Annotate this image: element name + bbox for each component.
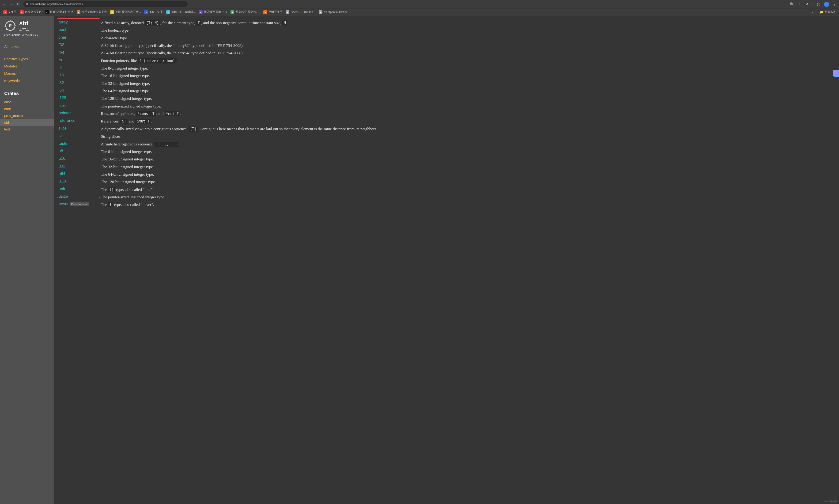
bookmark-item[interactable]: ●爱奇艺号-爱创作, ... [229, 10, 261, 15]
primitive-link-u8[interactable]: u8 [58, 148, 101, 156]
primitive-description: A character type. [101, 34, 835, 42]
bookmark-label: 视频号助手 [268, 10, 282, 14]
primitive-link-fn[interactable]: fn [58, 57, 101, 65]
primitive-link-never[interactable]: never Experimental [58, 201, 101, 209]
primitive-description: String slices. [101, 133, 835, 140]
primitive-link-u64[interactable]: u64 [58, 171, 101, 178]
inline-code: &mut T [135, 119, 151, 124]
primitive-description: The 64-bit unsigned integer type. [101, 171, 835, 178]
site-info-icon[interactable]: ⧉ [26, 3, 28, 6]
bookmark-item[interactable]: ●西瓜创作平台 [19, 10, 43, 15]
bookmark-label: 快手创作者服务平台 [82, 10, 107, 14]
primitive-link-bool[interactable]: bool [58, 27, 101, 34]
sidebar-section-link[interactable]: Macros [4, 70, 50, 77]
menu-icon[interactable]: ⋮ [833, 2, 837, 6]
bookmark-item[interactable]: ●视频号助手 [262, 10, 283, 15]
primitive-link-unit[interactable]: unit [58, 186, 101, 194]
primitive-link-array[interactable]: array [58, 19, 101, 27]
bookmark-item[interactable]: ●快手创作者服务平台 [76, 10, 108, 15]
primitive-description: The ! type, also called “never”. [101, 201, 835, 209]
reload-button[interactable]: ⟳ [16, 2, 21, 6]
primitive-description: References, &T and &mut T. [101, 118, 835, 125]
bookmark-label: OpenGL - The Ind... [291, 11, 315, 14]
primitive-link-str[interactable]: str [58, 133, 101, 140]
extensions-icon[interactable]: ⧩ [805, 2, 809, 6]
profile-avatar[interactable] [824, 2, 829, 7]
inline-code: &T [121, 119, 127, 124]
inline-code: N [282, 20, 287, 25]
bookmark-label: 创作中心 - 哔哩哔... [171, 10, 196, 14]
bookmark-item[interactable]: ●OpenGL - The Ind... [285, 10, 316, 15]
primitive-description: A 32-bit floating point type (specifical… [101, 42, 835, 50]
primitive-description: The 32-bit signed integer type. [101, 80, 835, 87]
primitive-link-isize[interactable]: isize [58, 103, 101, 110]
bookmark-item[interactable]: ●头条号 [2, 10, 18, 15]
primitive-link-i8[interactable]: i8 [58, 65, 101, 72]
sidebar-crate-core[interactable]: core [4, 105, 50, 112]
bookmark-favicon: ● [77, 10, 81, 14]
sidebar-section-link[interactable]: Primitive Types [4, 55, 50, 62]
primitive-description: The 16-bit signed integer type. [101, 72, 835, 79]
primitive-link-f32[interactable]: f32 [58, 42, 101, 50]
primitive-description: The 64-bit signed integer type. [101, 87, 835, 95]
bookmark-favicon: ● [263, 10, 267, 14]
floating-widget[interactable] [833, 70, 839, 77]
primitive-link-tuple[interactable]: tuple [58, 141, 101, 148]
crate-title: std [19, 20, 29, 27]
browser-navbar: ← → ⟳ ⧉ doc.rust-lang.org/std/index.html… [0, 0, 839, 8]
bookmark-label: 首页 - 知乎 [149, 10, 163, 14]
sidebar-crate-std[interactable]: std [0, 119, 54, 126]
primitive-description: The pointer-sized unsigned integer type. [101, 194, 835, 201]
primitive-link-u128[interactable]: u128 [58, 178, 101, 186]
bookmark-favicon: ● [20, 10, 24, 14]
crate-version: 1.77.1 [19, 28, 29, 31]
bookmark-favicon: ● [144, 10, 148, 14]
primitive-description: A finite heterogeneous sequence, (T, U, … [101, 141, 835, 148]
primitive-link-usize[interactable]: usize [58, 194, 101, 201]
sidebar-crate-proc_macro[interactable]: proc_macro [4, 112, 50, 119]
sidebar-crate-alloc[interactable]: alloc [4, 98, 50, 105]
bookmark-item[interactable]: ●首页 - 知乎 [143, 10, 164, 15]
primitive-link-u16[interactable]: u16 [58, 156, 101, 163]
bookmark-favicon: ● [3, 10, 7, 14]
sidepanel-icon[interactable]: ▢ [817, 2, 821, 6]
bookmark-item[interactable]: ●An OpenGL library... [318, 10, 350, 15]
primitive-link-u32[interactable]: u32 [58, 163, 101, 171]
primitive-description: A fixed-size array, denoted [T; N], for … [101, 19, 835, 27]
translate-icon[interactable]: ⠿ [782, 2, 786, 6]
bookmark-favicon: ● [45, 10, 49, 14]
sidebar-section-link[interactable]: Keywords [4, 77, 50, 84]
primitive-link-pointer[interactable]: pointer [58, 110, 101, 118]
all-items-link[interactable]: All Items [4, 43, 50, 51]
bookmark-favicon: ● [230, 10, 234, 14]
primitive-description: The () type, also called “unit”. [101, 186, 835, 194]
commit-hash: (7cf61ebde 2024-03-27) [4, 33, 50, 37]
primitive-link-f64[interactable]: f64 [58, 50, 101, 57]
bookmark-star-icon[interactable]: ☆ [797, 2, 802, 6]
primitive-link-i32[interactable]: i32 [58, 80, 101, 87]
bookmark-item[interactable]: ●抖音-记录美好生活 [44, 10, 74, 15]
bookmark-label: 西瓜创作平台 [25, 10, 42, 14]
bookmarks-overflow[interactable]: » [812, 11, 814, 14]
primitive-link-i16[interactable]: i16 [58, 72, 101, 79]
url-bar[interactable]: ⧉ doc.rust-lang.org/std/index.html#primi… [23, 1, 188, 7]
bookmark-label: 腾讯微视-视频上传 [204, 10, 227, 14]
primitive-link-char[interactable]: char [58, 34, 101, 42]
back-button[interactable]: ← [2, 2, 6, 6]
primitive-link-slice[interactable]: slice [58, 125, 101, 133]
bookmark-item[interactable]: ●腾讯微视-视频上传 [198, 10, 228, 15]
sidebar-crate-test[interactable]: test [4, 126, 50, 132]
experimental-badge: Experimental [70, 202, 89, 206]
sidebar-section-link[interactable]: Modules [4, 62, 50, 70]
all-bookmarks-folder[interactable]: 📁 所有书签 [819, 10, 837, 15]
primitive-link-reference[interactable]: reference [58, 118, 101, 125]
zoom-icon[interactable]: 🔍 [790, 2, 794, 6]
primitive-link-i64[interactable]: i64 [58, 87, 101, 95]
bookmark-item[interactable]: ●创作中心 - 哔哩哔... [165, 10, 197, 15]
forward-button[interactable]: → [10, 2, 14, 6]
bookmark-favicon: ● [110, 10, 114, 14]
inline-code: [T] [189, 126, 198, 132]
bookmark-item[interactable]: ●登录-腾讯内容开放... [109, 10, 142, 15]
primitive-link-i128[interactable]: i128 [58, 95, 101, 102]
inline-code: () [108, 187, 115, 192]
